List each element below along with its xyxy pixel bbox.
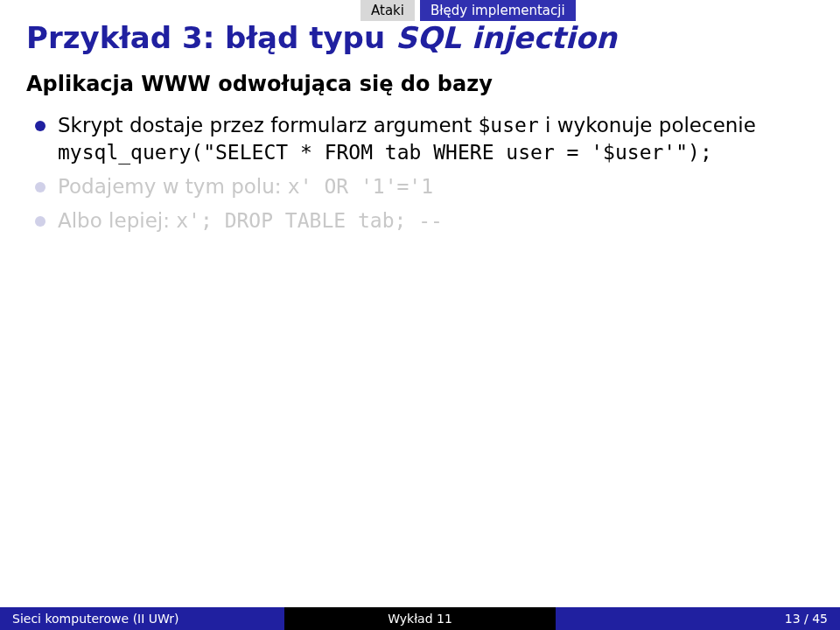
list-item-body: Podajemy w tym polu: x' OR '1'='1 <box>58 173 814 200</box>
footer-right: 13 / 45 <box>556 612 840 626</box>
bullet-icon <box>35 216 46 227</box>
list-item-body: Skrypt dostaje przez formularz argument … <box>58 112 814 166</box>
footer-center: Wykład 11 <box>284 607 556 630</box>
slide: Ataki Błędy implementacji Przykład 3: bł… <box>0 0 840 630</box>
footer: Sieci komputerowe (II UWr) Wykład 11 13 … <box>0 607 840 630</box>
nav-tab-subsection[interactable]: Błędy implementacji <box>420 0 576 21</box>
text-span: Albo lepiej: <box>58 209 176 232</box>
title-prefix: Przykład 3: błąd typu <box>26 20 396 55</box>
list-item: Albo lepiej: x'; DROP TABLE tab; -- <box>35 207 814 234</box>
list-item: Podajemy w tym polu: x' OR '1'='1 <box>35 173 814 200</box>
code-span: x'; DROP TABLE tab; -- <box>176 209 443 232</box>
text-span: Skrypt dostaje przez formularz argument <box>58 114 479 136</box>
bullet-icon <box>35 121 46 131</box>
bullet-icon <box>35 182 46 192</box>
slide-subtitle: Aplikacja WWW odwołująca się do bazy <box>26 72 493 96</box>
content-list: Skrypt dostaje przez formularz argument … <box>35 112 814 242</box>
code-span: mysql_query("SELECT * FROM tab WHERE use… <box>58 141 712 164</box>
list-item: Skrypt dostaje przez formularz argument … <box>35 112 814 166</box>
text-span: Podajemy w tym polu: <box>58 175 288 198</box>
nav-tab-section[interactable]: Ataki <box>360 0 415 21</box>
slide-title: Przykład 3: błąd typu SQL injection <box>26 20 617 55</box>
footer-left: Sieci komputerowe (II UWr) <box>0 612 284 626</box>
list-item-body: Albo lepiej: x'; DROP TABLE tab; -- <box>58 207 814 234</box>
title-italic: SQL injection <box>396 20 617 55</box>
code-span: $user <box>479 114 539 136</box>
code-span: x' OR '1'='1 <box>288 175 433 198</box>
text-span: i wykonuje polecenie <box>539 114 756 136</box>
